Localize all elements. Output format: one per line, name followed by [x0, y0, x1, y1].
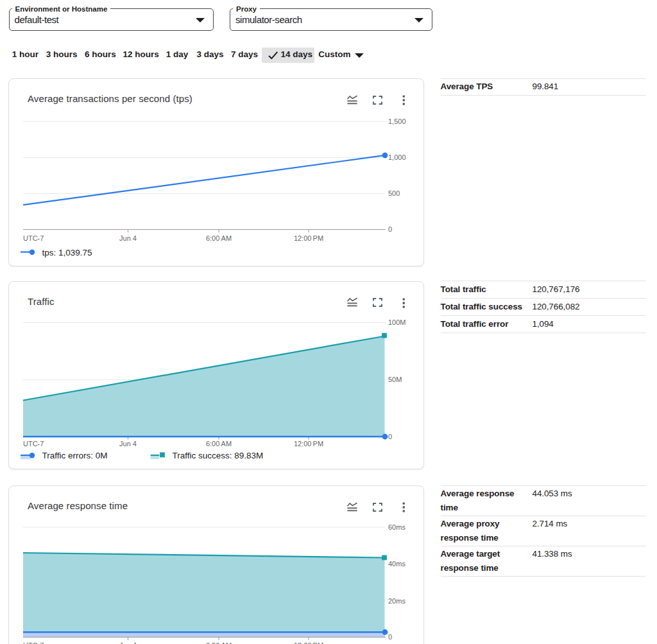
svg-text:100M: 100M	[388, 318, 406, 326]
svg-text:tps: 1,039.75: tps: 1,039.75	[42, 248, 92, 257]
svg-text:UTC-7: UTC-7	[23, 641, 44, 644]
svg-text:20ms: 20ms	[388, 597, 405, 605]
svg-text:UTC-7: UTC-7	[23, 440, 44, 448]
svg-text:60ms: 60ms	[388, 523, 405, 531]
svg-text:1,000: 1,000	[388, 153, 406, 161]
svg-text:12:00 PM: 12:00 PM	[294, 234, 323, 242]
svg-text:0: 0	[388, 225, 392, 233]
svg-text:Jun 4: Jun 4	[119, 641, 137, 644]
svg-text:6:00 AM: 6:00 AM	[206, 234, 232, 242]
svg-text:12:00 PM: 12:00 PM	[294, 440, 323, 448]
svg-text:50M: 50M	[388, 376, 402, 383]
svg-text:Jun 4: Jun 4	[119, 234, 137, 242]
svg-text:Jun 4: Jun 4	[119, 440, 137, 448]
svg-text:0: 0	[388, 432, 392, 440]
svg-text:Traffic success: 89.83M: Traffic success: 89.83M	[173, 451, 264, 460]
svg-text:6:00 AM: 6:00 AM	[206, 440, 232, 448]
svg-text:1,500: 1,500	[388, 117, 406, 125]
svg-text:6:00 AM: 6:00 AM	[206, 641, 232, 644]
svg-text:500: 500	[388, 189, 400, 197]
svg-text:12:00 PM: 12:00 PM	[294, 641, 323, 644]
svg-text:0: 0	[388, 633, 392, 641]
svg-text:Traffic errors: 0M: Traffic errors: 0M	[42, 451, 108, 460]
svg-text:UTC-7: UTC-7	[23, 234, 44, 242]
svg-text:40ms: 40ms	[388, 560, 405, 568]
